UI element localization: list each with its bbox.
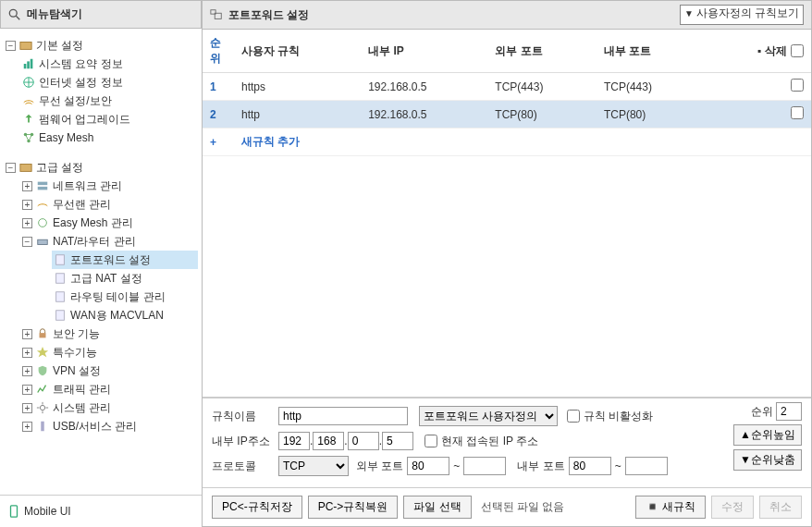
expand-icon[interactable]: + [22, 385, 32, 395]
expand-icon[interactable]: + [22, 348, 32, 358]
rule-type-select[interactable]: 포트포워드 사용자정의 [419, 406, 558, 426]
tree-node-internet[interactable]: 인터넷 설정 정보 [20, 73, 198, 92]
rule-name-input[interactable] [278, 407, 408, 425]
folder-icon [19, 161, 32, 174]
search-icon [8, 8, 21, 21]
tree-node-security[interactable]: +보안 기능 [20, 325, 198, 343]
delete-icon: ▪ [757, 44, 761, 57]
expand-icon[interactable]: + [22, 329, 32, 339]
file-select-button[interactable]: 파일 선택 [403, 496, 471, 519]
col-delete: ▪삭제 [705, 30, 811, 73]
expand-icon[interactable]: + [22, 422, 32, 432]
internal-port-from[interactable] [569, 457, 611, 475]
svg-rect-10 [20, 165, 31, 172]
tree-node-mesh-mgmt[interactable]: +Easy Mesh 관리 [20, 214, 198, 232]
expand-icon[interactable]: + [22, 366, 32, 376]
tree-label: 고급 설정 [36, 158, 83, 177]
router-icon [36, 235, 49, 248]
wifi-icon [36, 198, 49, 211]
col-rule: 사용자 규칙 [234, 30, 361, 73]
page-icon [54, 290, 67, 303]
add-rule-row[interactable]: + 새규칙 추가 [203, 129, 811, 156]
table-row[interactable]: 2 http 192.168.0.5 TCP(80) TCP(80) [203, 101, 811, 129]
page-icon [54, 309, 67, 322]
collapse-icon[interactable]: − [22, 237, 32, 247]
protocol-select[interactable]: TCP [278, 456, 349, 476]
sidebar-title: 메뉴탐색기 [27, 6, 82, 22]
tree-node-usb[interactable]: +USB/서비스 관리 [20, 417, 198, 435]
tree-node-easymesh[interactable]: Easy Mesh [20, 129, 198, 147]
edit-button[interactable]: 수정 [711, 496, 754, 519]
tree-node-network[interactable]: +네트워크 관리 [20, 177, 198, 195]
ip-octet-4[interactable] [382, 432, 413, 450]
tree-node-special[interactable]: +특수기능 [20, 343, 198, 362]
new-rule-button[interactable]: ◾ 새규칙 [635, 496, 706, 519]
tree-node-basic[interactable]: − 기본 설정 [4, 36, 198, 55]
svg-rect-12 [38, 187, 48, 190]
restore-from-pc-button[interactable]: PC->규칙복원 [308, 496, 399, 519]
tree-node-macvlan[interactable]: WAN용 MACVLAN [52, 306, 198, 325]
tree-node-traffic[interactable]: +트래픽 관리 [20, 380, 198, 398]
collapse-icon[interactable]: − [6, 163, 16, 173]
ip-octet-2[interactable] [313, 432, 344, 450]
order-up-button[interactable]: ▲순위높임 [733, 424, 802, 446]
svg-point-20 [40, 405, 44, 410]
external-port-to[interactable] [463, 457, 506, 475]
save-to-pc-button[interactable]: PC<-규칙저장 [212, 496, 302, 519]
ip-octet-1[interactable] [278, 432, 310, 450]
external-port-from[interactable] [407, 457, 449, 475]
cancel-button[interactable]: 취소 [759, 496, 802, 519]
row-delete-checkbox[interactable] [791, 79, 804, 92]
row-delete-checkbox[interactable] [791, 106, 804, 119]
current-ip-checkbox[interactable] [424, 435, 437, 447]
expand-icon[interactable]: + [22, 181, 32, 191]
order-down-button[interactable]: ▼순위낮춤 [733, 449, 802, 471]
svg-point-13 [39, 219, 47, 227]
col-int: 내부 포트 [597, 30, 706, 73]
tree-node-vpn[interactable]: +VPN 설정 [20, 362, 198, 380]
tree-label: 무선 설정/보안 [39, 92, 112, 110]
tree-node-summary[interactable]: 시스템 요약 정보 [20, 55, 198, 73]
tree-node-nat[interactable]: −NAT/라우터 관리 [20, 232, 198, 251]
svg-rect-21 [41, 422, 44, 432]
graph-icon [36, 383, 49, 396]
tree-node-routing[interactable]: 라우팅 테이블 관리 [52, 288, 198, 306]
wifi-icon [22, 94, 35, 107]
view-select[interactable]: 사용자정의 규칙보기 [680, 5, 804, 25]
usb-icon [36, 420, 49, 433]
collapse-icon[interactable]: − [6, 41, 16, 51]
internal-port-to[interactable] [625, 457, 668, 475]
menu-tree: − 기본 설정 시스템 요약 정보 인터넷 설정 정보 무선 설정/보안 펌웨어… [0, 29, 202, 495]
expand-icon[interactable]: + [22, 200, 32, 210]
table-row[interactable]: 1 https 192.168.0.5 TCP(443) TCP(443) [203, 73, 811, 101]
file-status: 선택된 파일 없음 [481, 499, 565, 515]
svg-rect-11 [38, 182, 48, 186]
mesh-icon [36, 216, 49, 229]
delete-all-checkbox[interactable] [791, 44, 804, 57]
svg-rect-3 [24, 64, 27, 68]
svg-rect-4 [27, 61, 30, 68]
ip-octet-3[interactable] [348, 432, 379, 450]
protocol-label: 프로토콜 [212, 459, 278, 474]
tree-node-wlan[interactable]: +무선랜 관리 [20, 195, 198, 214]
tree-label: 펌웨어 업그레이드 [39, 110, 130, 129]
tree-node-system[interactable]: +시스템 관리 [20, 398, 198, 417]
order-input[interactable] [776, 402, 802, 421]
tree-label: NAT/라우터 관리 [53, 232, 136, 251]
tree-node-adv-nat[interactable]: 고급 NAT 설정 [52, 269, 198, 288]
tree-node-advanced[interactable]: − 고급 설정 [4, 158, 198, 177]
tree-node-portforward[interactable]: 포트포워드 설정 [52, 251, 198, 269]
internal-ip-label: 내부 IP주소 [212, 434, 278, 449]
mobile-ui-link[interactable]: Mobile UI [0, 495, 202, 527]
svg-rect-15 [56, 255, 65, 265]
disable-rule-checkbox[interactable] [567, 410, 580, 423]
network-icon [36, 179, 49, 192]
svg-rect-14 [38, 239, 48, 244]
expand-icon[interactable]: + [22, 218, 32, 228]
rule-name-label: 규칙이름 [212, 409, 278, 424]
order-label: 순위 [751, 404, 773, 420]
expand-icon[interactable]: + [22, 403, 32, 413]
tree-node-firmware[interactable]: 펌웨어 업그레이드 [20, 110, 198, 129]
tree-node-wireless[interactable]: 무선 설정/보안 [20, 92, 198, 110]
page-title: 포트포워드 설정 [228, 7, 680, 23]
